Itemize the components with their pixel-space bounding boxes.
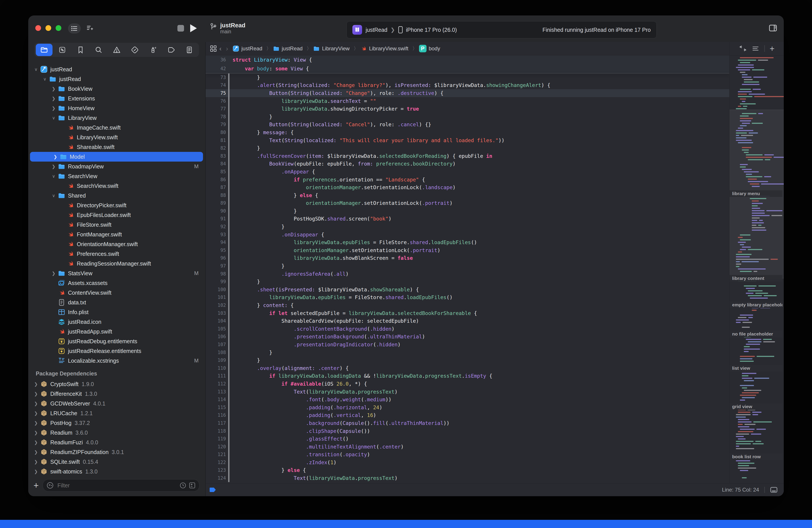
line-number[interactable]: 121	[206, 452, 228, 457]
line-number[interactable]: 77	[206, 106, 228, 112]
line-number[interactable]: 115	[206, 405, 228, 410]
line-number[interactable]: 100	[206, 287, 228, 292]
line-number[interactable]: 97	[206, 263, 228, 269]
package-item-readium[interactable]: ❯Readium3.6.0	[28, 428, 205, 438]
line-number[interactable]: 114	[206, 397, 228, 402]
line-number[interactable]: 102	[206, 303, 228, 308]
breadcrumb-libraryview-swift[interactable]: LibraryView.swift	[360, 45, 408, 52]
disclosure-closed-icon[interactable]: ❯	[33, 420, 39, 426]
tree-item-justreadrelease-entitlements[interactable]: justReadRelease.entitlements	[28, 346, 205, 356]
line-number[interactable]: 84	[206, 161, 228, 167]
line-number[interactable]: 80	[206, 130, 228, 135]
editor-bottom-bar-icon[interactable]	[770, 486, 778, 494]
tree-item-assets-xcassets[interactable]: Assets.xcassets	[28, 278, 205, 288]
disclosure-closed-icon[interactable]: ❯	[33, 411, 39, 416]
disclosure-closed-icon[interactable]: ❯	[33, 469, 39, 474]
disclosure-open-icon[interactable]: ∨	[51, 193, 57, 198]
breakpoints-toggle-icon[interactable]	[209, 486, 217, 493]
tree-item-shared[interactable]: ∨Shared	[28, 191, 205, 200]
disclosure-closed-icon[interactable]: ❯	[33, 459, 39, 465]
minimap[interactable]: library menulibrary contentempty library…	[729, 55, 784, 483]
line-number[interactable]: 42	[206, 66, 228, 71]
disclosure-closed-icon[interactable]: ❯	[33, 449, 39, 455]
tree-item-searchview-swift[interactable]: SearchView.swift	[28, 181, 205, 191]
back-icon[interactable]: ‹	[219, 45, 221, 52]
navigator-tab-debug-navigator[interactable]	[145, 44, 161, 56]
breadcrumb-libraryview[interactable]: LibraryView	[313, 45, 349, 52]
tree-item-homeview[interactable]: ❯HomeView	[28, 103, 205, 113]
tree-item-justread[interactable]: ∨justRead	[28, 74, 205, 84]
inspector-toggle-icon[interactable]	[767, 23, 779, 33]
line-number[interactable]: 92	[206, 224, 228, 229]
tree-item-justreadapp-swift[interactable]: justReadApp.swift	[28, 327, 205, 337]
tree-item-statsview[interactable]: ❯StatsViewM	[28, 268, 205, 278]
package-item-posthog[interactable]: ❯PostHog3.37.2	[28, 418, 205, 428]
line-number[interactable]: 96	[206, 255, 228, 261]
related-items-icon[interactable]	[209, 45, 217, 52]
minimap-icon[interactable]	[752, 45, 759, 53]
tree-item-orientationmanager-swift[interactable]: OrientationManager.swift	[28, 239, 205, 249]
tree-item-bookview[interactable]: ❯BookView	[28, 84, 205, 94]
tree-item-preferences-swift[interactable]: Preferences.swift	[28, 249, 205, 259]
tree-item-imagecache-swift[interactable]: ImageCache.swift	[28, 123, 205, 132]
line-number[interactable]: 105	[206, 326, 228, 331]
breadcrumb-justread[interactable]: justRead	[273, 45, 303, 52]
line-number[interactable]: 109	[206, 358, 228, 363]
line-number[interactable]: 101	[206, 295, 228, 300]
navigator-tab-reports-navigator[interactable]	[181, 44, 198, 56]
navigator-tab-find-navigator[interactable]	[90, 44, 107, 56]
line-number[interactable]: 120	[206, 444, 228, 449]
forward-icon[interactable]: ›	[226, 45, 228, 52]
tree-item-searchview[interactable]: ∨SearchView	[28, 171, 205, 181]
line-number[interactable]: 124	[206, 475, 228, 481]
line-number[interactable]: 75	[206, 90, 228, 96]
disclosure-closed-icon[interactable]: ❯	[33, 391, 39, 397]
line-number[interactable]: 106	[206, 334, 228, 339]
disclosure-open-icon[interactable]: ∨	[33, 67, 39, 72]
disclosure-closed-icon[interactable]: ❯	[51, 105, 57, 111]
activity-status-bar[interactable]: justRead ❯ iPhone 17 Pro (26.0) Finished…	[346, 21, 657, 39]
line-number[interactable]: 83	[206, 153, 228, 159]
package-item-differencekit[interactable]: ❯DifferenceKit1.3.0	[28, 389, 205, 399]
stop-button[interactable]	[177, 25, 184, 31]
filter-input[interactable]	[57, 482, 179, 489]
tree-item-justread-icon[interactable]: justRead.icon	[28, 317, 205, 327]
line-number[interactable]: 93	[206, 232, 228, 237]
line-number[interactable]: 119	[206, 436, 228, 441]
line-number[interactable]: 108	[206, 350, 228, 355]
minimize-window-button[interactable]	[45, 25, 51, 31]
line-number[interactable]: 111	[206, 373, 228, 379]
disclosure-open-icon[interactable]: ∨	[51, 173, 57, 179]
line-number[interactable]: 123	[206, 468, 228, 473]
line-number[interactable]: 76	[206, 98, 228, 104]
navigator-tab-source-control-navigator[interactable]	[54, 44, 71, 56]
navigator-tab-bookmarks-navigator[interactable]	[72, 44, 89, 56]
line-number[interactable]: 113	[206, 389, 228, 395]
line-number[interactable]: 122	[206, 460, 228, 465]
code-editor[interactable]: 36struct LibraryView: View {42var body: …	[206, 55, 729, 483]
tree-item-shareable-swift[interactable]: Shareable.swift	[28, 142, 205, 152]
tree-item-justreaddebug-entitlements[interactable]: justReadDebug.entitlements	[28, 337, 205, 346]
tree-item-justread[interactable]: ∨justRead	[28, 65, 205, 74]
disclosure-closed-icon[interactable]: ❯	[51, 164, 57, 169]
line-number[interactable]: 78	[206, 114, 228, 119]
add-item-button[interactable]: +	[33, 481, 39, 490]
line-number[interactable]: 112	[206, 381, 228, 386]
tree-item-extensions[interactable]: ❯Extensions	[28, 94, 205, 103]
line-number[interactable]: 73	[206, 75, 228, 80]
line-number[interactable]: 86	[206, 177, 228, 182]
line-number[interactable]: 81	[206, 138, 228, 143]
line-number[interactable]: 99	[206, 279, 228, 284]
navigator-tab-project-navigator[interactable]	[36, 44, 53, 56]
disclosure-closed-icon[interactable]: ❯	[33, 430, 39, 435]
package-item-lrucache[interactable]: ❯LRUCache1.2.1	[28, 408, 205, 418]
line-number[interactable]: 79	[206, 122, 228, 127]
line-number[interactable]: 118	[206, 428, 228, 434]
line-number[interactable]: 107	[206, 342, 228, 347]
line-number[interactable]: 94	[206, 240, 228, 245]
line-number[interactable]: 89	[206, 200, 228, 206]
close-window-button[interactable]	[35, 25, 41, 31]
line-number[interactable]: 103	[206, 311, 228, 316]
disclosure-open-icon[interactable]: ∨	[51, 115, 57, 120]
changes-filter-icon[interactable]	[189, 482, 196, 489]
